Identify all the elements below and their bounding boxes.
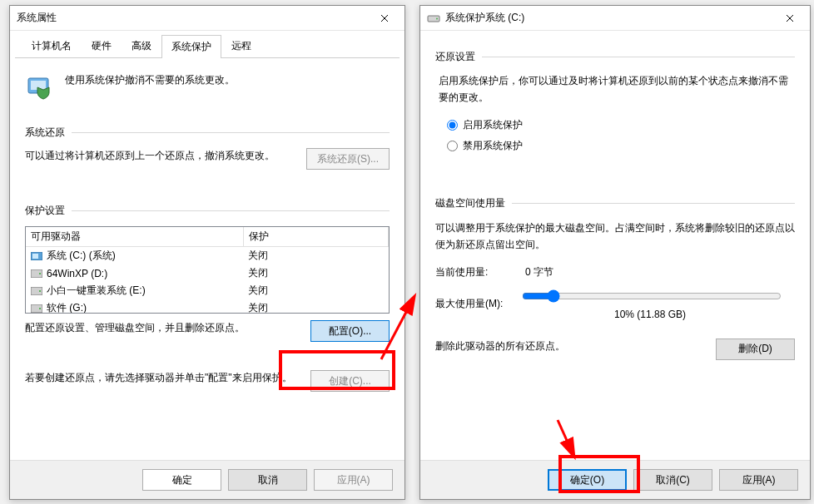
titlebar: 系统保护系统 (C:) [420, 6, 810, 31]
tab-body: 使用系统保护撤消不需要的系统更改。 系统还原 可以通过将计算机还原到上一个还原点… [10, 58, 405, 410]
restore-heading: 系统还原 [25, 125, 390, 140]
titlebar: 系统属性 [10, 6, 405, 31]
max-usage-slider[interactable] [522, 289, 782, 303]
restore-desc: 启用系统保护后，你可以通过及时将计算机还原到以前的某个状态点来撤消不需要的更改。 [435, 72, 795, 111]
apply-button: 应用(A) [314, 469, 393, 491]
create-desc: 若要创建还原点，请先选择驱动器并单击"配置"来启用保护。 [25, 370, 302, 386]
tab-advanced[interactable]: 高级 [122, 34, 161, 57]
svg-rect-3 [32, 254, 38, 259]
drive-name: 64WinXP (D:) [47, 268, 107, 279]
intro: 使用系统保护撤消不需要的系统更改。 [25, 70, 390, 118]
drive-state: 关闭 [243, 247, 388, 265]
drive-state: 关闭 [243, 282, 388, 299]
max-usage-label: 最大使用量(M): [435, 297, 510, 311]
delete-button[interactable]: 删除(D) [716, 338, 795, 360]
cancel-button[interactable]: 取消 [228, 469, 307, 491]
slider-value-text: 10% (11.88 GB) [520, 309, 780, 320]
intro-text: 使用系统保护撤消不需要的系统更改。 [65, 73, 235, 87]
system-restore-button[interactable]: 系统还原(S)... [306, 148, 390, 170]
config-body: 还原设置 启用系统保护后，你可以通过及时将计算机还原到以前的某个状态点来撤消不需… [420, 31, 810, 378]
config-desc: 配置还原设置、管理磁盘空间，并且删除还原点。 [25, 320, 302, 336]
configure-button[interactable]: 配置(O)... [310, 320, 390, 342]
tab-system-protection[interactable]: 系统保护 [161, 35, 221, 58]
disk-usage-desc: 可以调整用于系统保护的最大磁盘空间。占满空间时，系统将删除较旧的还原点以便为新还… [435, 220, 795, 254]
drive-name: 系统 (C:) (系统) [47, 250, 116, 261]
shield-monitor-icon [25, 73, 55, 103]
drive-state: 关闭 [243, 299, 388, 313]
drive-state: 关闭 [243, 264, 388, 282]
svg-point-5 [39, 273, 41, 274]
close-icon [380, 14, 389, 22]
table-row[interactable]: 软件 (G:)关闭 [26, 299, 389, 313]
svg-point-11 [436, 17, 438, 19]
enable-protection-radio[interactable]: 启用系统保护 [447, 118, 795, 132]
window-title: 系统属性 [17, 11, 368, 25]
window-title: 系统保护系统 (C:) [445, 11, 773, 25]
delete-desc: 删除此驱动器的所有还原点。 [435, 338, 707, 354]
close-button[interactable] [773, 7, 807, 30]
system-protection-config-window: 系统保护系统 (C:) 还原设置 启用系统保护后，你可以通过及时将计算机还原到以… [419, 5, 811, 500]
cancel-button[interactable]: 取消(C) [633, 469, 712, 491]
protect-heading: 保护设置 [25, 203, 390, 218]
drive-icon [427, 12, 440, 25]
close-button[interactable] [368, 7, 401, 30]
system-properties-window: 系统属性 计算机名 硬件 高级 系统保护 远程 使用系统保护撤消不需要的系统更改… [9, 5, 405, 500]
dialog-buttons: 确定 取消 应用(A) [10, 460, 405, 499]
table-row[interactable]: 小白一键重装系统 (E:)关闭 [26, 282, 389, 299]
close-icon [786, 14, 794, 22]
drive-name: 小白一键重装系统 (E:) [47, 284, 146, 296]
restore-settings-heading: 还原设置 [435, 49, 795, 64]
restore-desc: 可以通过将计算机还原到上一个还原点，撤消系统更改。 [25, 148, 298, 164]
current-usage-value: 0 字节 [525, 265, 553, 279]
tab-remote[interactable]: 远程 [221, 34, 261, 57]
drive-name: 软件 (G:) [47, 302, 87, 313]
ok-button[interactable]: 确定 [142, 469, 221, 491]
table-row[interactable]: 系统 (C:) (系统)关闭 [26, 247, 389, 265]
col-drive: 可用驱动器 [26, 227, 243, 247]
disable-protection-radio[interactable]: 禁用系统保护 [447, 139, 795, 153]
current-usage-label: 当前使用量: [435, 265, 510, 279]
svg-point-9 [39, 308, 41, 309]
apply-button[interactable]: 应用(A) [719, 469, 798, 491]
tab-bar: 计算机名 硬件 高级 系统保护 远程 [15, 31, 400, 58]
table-row[interactable]: 64WinXP (D:)关闭 [26, 264, 389, 282]
tab-hardware[interactable]: 硬件 [82, 34, 122, 57]
col-state: 保护 [243, 227, 388, 247]
dialog-buttons: 确定(O) 取消(C) 应用(A) [420, 460, 810, 499]
create-button: 创建(C)... [310, 370, 390, 392]
tab-computer-name[interactable]: 计算机名 [22, 34, 82, 57]
drive-table[interactable]: 可用驱动器 保护 系统 (C:) (系统)关闭64WinXP (D:)关闭小白一… [25, 226, 390, 314]
disk-usage-heading: 磁盘空间使用量 [435, 196, 795, 211]
svg-point-7 [39, 290, 41, 292]
ok-button[interactable]: 确定(O) [548, 469, 627, 491]
